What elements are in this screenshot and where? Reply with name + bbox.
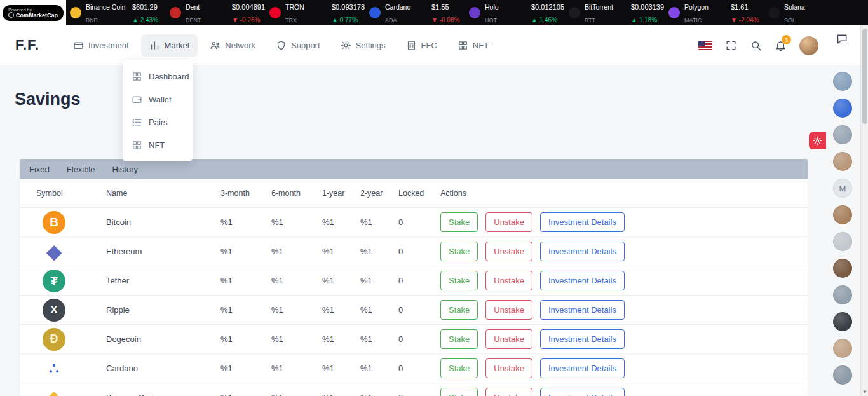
ticker-item[interactable]: PolygonMATIC$1.61▼ -2.04% [668, 0, 768, 25]
coin-symbol: HOT [485, 17, 497, 24]
nav-item-ffc[interactable]: FFC [398, 34, 445, 57]
nav-item-settings[interactable]: Settings [332, 34, 394, 57]
contact-avatar[interactable] [833, 285, 852, 304]
page-scrollbar: ▼ [860, 25, 868, 396]
ticker-item[interactable]: TRONTRX$0.093178▲ 0.77% [269, 0, 369, 25]
coinmarketcap-badge[interactable]: Powered by CoinMarketCap [0, 0, 66, 25]
coin-name-cell: Bitcoin [106, 217, 220, 227]
rate-cell: %1 [322, 276, 360, 285]
contact-avatar[interactable] [833, 125, 852, 144]
stake-button[interactable]: Stake [440, 329, 478, 349]
ticker-item[interactable]: SolanaSOL [768, 0, 868, 25]
investment-details-button[interactable]: Investment Details [540, 212, 625, 232]
stake-button[interactable]: Stake [440, 271, 478, 290]
network-icon [210, 40, 220, 51]
dogecoin-icon: Ð [43, 328, 65, 351]
coin-name: Holo [485, 3, 499, 11]
page-title: Savings [15, 90, 81, 109]
unstake-button[interactable]: Unstake [485, 271, 532, 290]
contact-avatar[interactable] [833, 99, 852, 118]
unstake-button[interactable]: Unstake [485, 358, 532, 378]
investment-details-button[interactable]: Investment Details [540, 358, 625, 378]
user-avatar[interactable] [799, 36, 818, 55]
nav-item-support[interactable]: Support [268, 34, 329, 57]
tab-flexible[interactable]: Flexible [67, 165, 95, 174]
nav-item-network[interactable]: Network [201, 34, 264, 57]
investment-details-button[interactable]: Investment Details [540, 271, 625, 290]
ticker-item[interactable]: Binance CoinBNB$601.29▲ 2.43% [70, 0, 170, 25]
nav-item-nft[interactable]: NFT [449, 34, 497, 57]
dropdown-item-pairs[interactable]: Pairs [123, 111, 193, 133]
language-flag-us[interactable] [698, 41, 712, 50]
coin-symbol: BTT [585, 17, 595, 24]
investment-details-button[interactable]: Investment Details [540, 242, 625, 261]
theme-settings-fab[interactable] [809, 132, 826, 149]
market-dropdown-menu: DashboardWalletPairsNFT [123, 60, 193, 161]
rate-cell: %1 [322, 334, 360, 344]
rate-cell: %1 [322, 217, 360, 227]
coin-change: ▲ 1.18% [631, 17, 657, 24]
contact-avatar[interactable] [833, 339, 852, 358]
dropdown-item-dashboard[interactable]: Dashboard [123, 65, 193, 88]
table-row: ◆Binance Coin%1%1%1%10StakeUnstakeInvest… [20, 383, 808, 396]
coin-price: $0.012105 [531, 3, 564, 11]
stake-button[interactable]: Stake [440, 300, 478, 320]
stake-button[interactable]: Stake [440, 388, 478, 396]
column-header: Actions [440, 189, 808, 198]
stake-button[interactable]: Stake [440, 358, 478, 378]
coin-name-cell: Cardano [106, 364, 220, 373]
nav-item-market[interactable]: Market [141, 34, 198, 57]
coin-symbol: TRX [285, 17, 297, 24]
contact-avatar-initial[interactable]: M [833, 179, 852, 198]
app-logo[interactable]: F.F. [15, 37, 60, 53]
unstake-button[interactable]: Unstake [485, 242, 532, 261]
ticker-item[interactable]: DentDENT$0.004891▼ -0.26% [170, 0, 269, 25]
investment-details-button[interactable]: Investment Details [540, 388, 625, 396]
scrollbar-down-arrow[interactable]: ▼ [861, 389, 868, 395]
powered-by-label: Powered by [8, 8, 58, 12]
ticker-item[interactable]: HoloHOT$0.012105▲ 1.46% [469, 0, 569, 25]
coin-price: $601.29 [132, 3, 158, 11]
tab-history[interactable]: History [112, 165, 138, 174]
investment-details-button[interactable]: Investment Details [540, 300, 625, 320]
investment-icon [73, 40, 84, 51]
binance-coin-icon: ◆ [43, 386, 65, 396]
contact-avatar[interactable] [833, 205, 852, 224]
investment-details-button[interactable]: Investment Details [540, 329, 625, 349]
stake-button[interactable]: Stake [440, 242, 478, 261]
coinmarketcap-label: CoinMarketCap [16, 12, 58, 18]
unstake-button[interactable]: Unstake [485, 212, 532, 232]
coin-name-cell: Tether [106, 276, 220, 285]
contact-avatar[interactable] [833, 259, 852, 278]
scrollbar-thumb[interactable] [862, 29, 867, 124]
unstake-button[interactable]: Unstake [485, 300, 532, 320]
ticker-item[interactable]: CardanoADA$1.55▼ -0.08% [369, 0, 469, 25]
table-row: ₮Tether%1%1%1%10StakeUnstakeInvestment D… [20, 266, 808, 296]
dropdown-item-nft[interactable]: NFT [123, 133, 193, 156]
nav-item-label: Market [165, 41, 190, 50]
market-icon [149, 40, 160, 51]
fullscreen-icon[interactable] [725, 39, 737, 51]
rate-cell: %1 [271, 393, 322, 396]
search-icon[interactable] [750, 39, 762, 51]
contact-avatar[interactable] [833, 365, 852, 385]
dropdown-item-label: NFT [149, 140, 165, 150]
column-header: 6-month [271, 189, 322, 198]
table-row: BBitcoin%1%1%1%10StakeUnstakeInvestment … [20, 208, 808, 237]
locked-cell: 0 [398, 217, 440, 227]
ticker-item[interactable]: BitTorrentBTT$0.003139▲ 1.18% [569, 0, 668, 25]
chat-bubble-icon[interactable] [836, 32, 848, 45]
table-body: BBitcoin%1%1%1%10StakeUnstakeInvestment … [20, 208, 808, 396]
contact-avatar[interactable] [833, 232, 852, 251]
unstake-button[interactable]: Unstake [485, 388, 532, 396]
tab-fixed[interactable]: Fixed [29, 165, 50, 174]
contact-avatar[interactable] [833, 152, 852, 171]
contact-avatar[interactable] [833, 312, 852, 331]
nav-item-investment[interactable]: Investment [65, 34, 137, 57]
unstake-button[interactable]: Unstake [485, 329, 532, 349]
savings-tabs: FixedFlexibleHistory [20, 159, 808, 179]
contact-avatar[interactable] [833, 72, 852, 91]
stake-button[interactable]: Stake [440, 212, 478, 232]
dropdown-item-wallet[interactable]: Wallet [123, 88, 193, 111]
notifications-bell-icon[interactable]: 3 [775, 39, 787, 51]
